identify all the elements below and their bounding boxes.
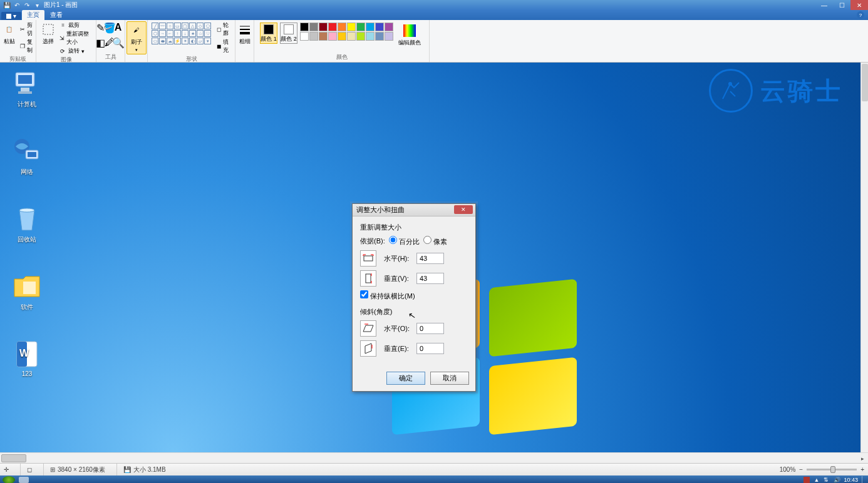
close-button[interactable]: ✕ — [850, 0, 868, 10]
help-icon[interactable]: ? — [857, 11, 864, 19]
taskbar-app-paint[interactable] — [19, 477, 29, 483]
minimize-button[interactable]: — — [815, 0, 833, 10]
skew-heading: 倾斜(角度) — [360, 307, 468, 317]
tray-network-icon[interactable]: ⇅ — [824, 477, 830, 483]
color-swatch[interactable] — [309, 23, 318, 31]
scroll-thumb[interactable] — [862, 64, 868, 101]
horiz-input[interactable] — [416, 253, 444, 264]
resize-heading: 重新调整大小 — [360, 223, 468, 232]
color2-button[interactable]: 颜色 2 — [280, 23, 297, 44]
shapes-gallery[interactable]: ╱〰○▭▢△◇⬠ ⬡→←↑↓★☆♡ ⬭⬬☁⚡✶◐▱▾ — [150, 21, 212, 46]
text-icon[interactable]: A — [115, 24, 122, 31]
color-swatch[interactable] — [385, 32, 393, 41]
dialog-titlebar[interactable]: 调整大小和扭曲 ✕ — [353, 204, 475, 216]
zoom-out-button[interactable]: − — [799, 466, 803, 473]
vert-input[interactable] — [416, 273, 444, 284]
tray-clock[interactable]: 10:43 — [844, 477, 858, 483]
color-swatch[interactable] — [338, 32, 346, 41]
show-desktop-button[interactable] — [862, 476, 865, 483]
svg-rect-19 — [366, 274, 371, 283]
save-icon[interactable]: 💾 — [3, 1, 11, 9]
redo-icon[interactable]: ↷ — [23, 1, 31, 9]
color-swatch[interactable] — [366, 32, 375, 41]
color-swatch[interactable] — [375, 32, 384, 41]
color-swatch[interactable] — [319, 32, 328, 41]
network-icon — [12, 136, 42, 166]
cut-button[interactable]: ✂剪切 — [19, 21, 36, 38]
radio-percent[interactable]: 百分比 — [389, 236, 420, 247]
stroke-size-button[interactable]: 粗细 — [235, 21, 254, 47]
color-swatch[interactable] — [347, 23, 356, 31]
fill-icon[interactable]: 🪣 — [106, 24, 113, 31]
skew-h-label: 水平(O): — [384, 324, 413, 333]
aspect-checkbox[interactable]: 保持纵横比(M) — [360, 290, 415, 301]
paste-button[interactable]: 📋 粘贴 — [0, 21, 19, 47]
color-swatch[interactable] — [347, 32, 356, 41]
quick-access-toolbar: 💾 ↶ ↷ ▾ — [0, 1, 41, 9]
radio-pixels[interactable]: 像素 — [423, 236, 447, 247]
rotate-icon: ⟳ — [59, 48, 66, 55]
file-menu-button[interactable]: ▾ — [1, 12, 21, 20]
resize-button[interactable]: ⇲重新调整大小 — [58, 30, 93, 46]
maximize-button[interactable]: ☐ — [833, 0, 850, 10]
tray-flag-icon[interactable]: ▲ — [814, 477, 820, 483]
copy-button[interactable]: ❐复制 — [19, 38, 36, 54]
select-button[interactable]: 选择 — [39, 21, 58, 47]
color-swatch[interactable] — [375, 23, 384, 31]
zoom-slider[interactable] — [807, 469, 857, 470]
scroll-right-arrow[interactable]: ▸ — [857, 453, 868, 464]
qat-dropdown-icon[interactable]: ▾ — [33, 1, 41, 9]
scroll-thumb[interactable] — [1, 454, 26, 462]
tab-home[interactable]: 主页 — [22, 10, 44, 20]
color-swatch[interactable] — [385, 23, 393, 31]
svg-point-12 — [19, 208, 34, 212]
status-cursor-pos: ✛ — [4, 464, 9, 475]
start-button[interactable] — [3, 476, 15, 483]
color-swatch[interactable] — [300, 32, 309, 41]
skew-v-input[interactable] — [416, 343, 444, 354]
dialog-close-button[interactable]: ✕ — [454, 205, 473, 214]
rotate-button[interactable]: ⟳旋转 ▾ — [58, 47, 93, 55]
vertical-scrollbar[interactable] — [860, 63, 868, 452]
color-swatch[interactable] — [319, 23, 328, 31]
horizontal-scrollbar[interactable]: ▸ — [0, 452, 868, 463]
ok-button[interactable]: 确定 — [386, 372, 425, 385]
crop-button[interactable]: ⌗裁剪 — [58, 21, 93, 29]
desktop-icon-software[interactable]: 软件 — [5, 272, 49, 312]
color1-button[interactable]: 颜色 1 — [260, 23, 277, 44]
shape-fill-button[interactable]: ◼填充 — [215, 38, 232, 54]
recycle-icon — [12, 204, 42, 234]
color-swatch[interactable] — [300, 23, 309, 31]
tray-volume-icon[interactable]: 🔊 — [834, 477, 840, 483]
tray-ime-icon[interactable] — [803, 477, 810, 483]
color-swatch[interactable] — [328, 32, 337, 41]
desktop-icon-computer[interactable]: 计算机 — [5, 69, 49, 109]
skew-h-input[interactable] — [416, 323, 444, 334]
color-swatch[interactable] — [356, 32, 365, 41]
svg-rect-13 — [23, 282, 36, 294]
color-swatch[interactable] — [356, 23, 365, 31]
edit-colors-button[interactable]: 编辑颜色 — [396, 23, 423, 48]
color-swatch[interactable] — [366, 23, 375, 31]
selection-icon: ◻ — [27, 466, 32, 473]
color-palette[interactable] — [300, 23, 393, 41]
color-swatch[interactable] — [338, 23, 346, 31]
desktop-icon-doc[interactable]: W 123 — [5, 339, 49, 377]
desktop-icon-recycle[interactable]: 回收站 — [5, 204, 49, 244]
desktop-icon-network[interactable]: 网络 — [5, 136, 49, 176]
taskbar[interactable]: ▲ ⇅ 🔊 10:43 — [0, 475, 868, 483]
shape-outline-button[interactable]: ◻轮廓 — [215, 21, 232, 38]
color-swatch[interactable] — [309, 32, 318, 41]
tab-view[interactable]: 查看 — [45, 10, 68, 20]
svg-rect-18 — [364, 256, 373, 261]
undo-icon[interactable]: ↶ — [13, 1, 21, 9]
zoom-in-button[interactable]: + — [860, 466, 864, 473]
zoom-knob[interactable] — [830, 466, 835, 473]
magnifier-icon[interactable]: 🔍 — [115, 39, 122, 46]
eraser-icon[interactable]: ◧ — [97, 39, 105, 46]
chevron-down-icon: ▾ — [135, 48, 138, 53]
color-swatch[interactable] — [328, 23, 337, 31]
brush-button[interactable]: 🖌 刷子 ▾ — [127, 21, 147, 54]
cancel-button[interactable]: 取消 — [430, 372, 469, 385]
canvas-area[interactable]: 计算机 网络 回收站 软件 W 123 云骑士 调整大小和扭曲 ✕ 重新调整大小 — [0, 63, 868, 452]
